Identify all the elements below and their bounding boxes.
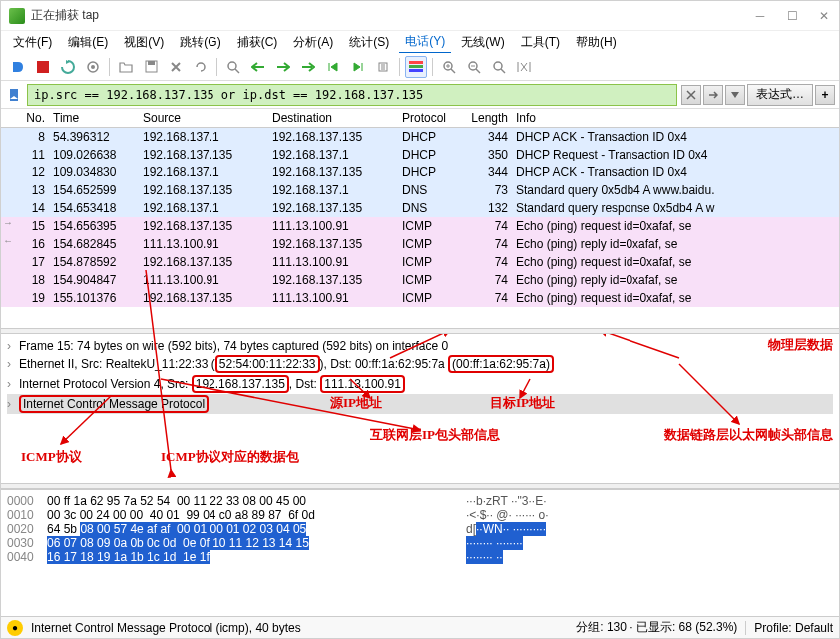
goto-button[interactable] xyxy=(297,56,319,78)
menubar: 文件(F) 编辑(E) 视图(V) 跳转(G) 捕获(C) 分析(A) 统计(S… xyxy=(1,31,839,53)
annot-icmp: ICMP协议 xyxy=(21,448,82,466)
menu-view[interactable]: 视图(V) xyxy=(118,32,170,53)
col-dest-header[interactable]: Destination xyxy=(268,109,398,127)
annot-icmp-pkt: ICMP协议对应的数据包 xyxy=(161,448,299,466)
svg-rect-10 xyxy=(409,69,423,72)
svg-rect-9 xyxy=(409,65,423,68)
svg-line-16 xyxy=(501,69,505,73)
colorize-button[interactable] xyxy=(405,56,427,78)
open-file-button[interactable] xyxy=(115,56,137,78)
display-filter-input[interactable] xyxy=(27,84,677,106)
col-time-header[interactable]: Time xyxy=(49,109,139,127)
col-source-header[interactable]: Source xyxy=(139,109,268,127)
bookmark-filter-icon[interactable] xyxy=(5,86,23,104)
packet-details[interactable]: ›Frame 15: 74 bytes on wire (592 bits), … xyxy=(1,334,839,483)
annot-dlink: 数据链路层以太网帧头部信息 xyxy=(664,426,833,444)
toolbar xyxy=(1,53,839,81)
expression-button[interactable]: 表达式… xyxy=(747,84,813,106)
menu-edit[interactable]: 编辑(E) xyxy=(62,32,114,53)
zoom-in-button[interactable] xyxy=(438,56,460,78)
add-filter-button[interactable]: + xyxy=(815,85,835,105)
goto-first-button[interactable] xyxy=(322,56,344,78)
capture-options-button[interactable] xyxy=(82,56,104,78)
status-profile[interactable]: Profile: Default xyxy=(745,621,833,635)
maximize-button[interactable]: ☐ xyxy=(785,9,799,23)
svg-line-12 xyxy=(451,69,455,73)
packet-row[interactable]: 13154.652599192.168.137.135192.168.137.1… xyxy=(1,181,839,199)
detail-icmp[interactable]: ›Internet Control Message Protocol xyxy=(7,394,833,414)
svg-point-2 xyxy=(91,65,95,69)
col-info-header[interactable]: Info xyxy=(512,109,839,127)
menu-analyze[interactable]: 分析(A) xyxy=(287,32,339,53)
packet-row[interactable]: 12109.034830192.168.137.1192.168.137.135… xyxy=(1,163,839,181)
detail-ip[interactable]: ›Internet Protocol Version 4, Src: 192.1… xyxy=(7,374,833,394)
apply-filter-button[interactable] xyxy=(703,85,723,105)
minimize-button[interactable]: ─ xyxy=(753,9,767,23)
reload-button[interactable] xyxy=(190,56,211,78)
detail-frame[interactable]: ›Frame 15: 74 bytes on wire (592 bits), … xyxy=(7,338,833,354)
close-button[interactable]: ✕ xyxy=(817,9,831,23)
menu-help[interactable]: 帮助(H) xyxy=(570,32,623,53)
packet-row[interactable]: 14154.653418192.168.137.1192.168.137.135… xyxy=(1,199,839,217)
start-capture-button[interactable] xyxy=(7,56,29,78)
packet-row[interactable]: 16154.682845111.13.100.91192.168.137.135… xyxy=(1,235,839,253)
filter-dropdown-button[interactable] xyxy=(725,85,745,105)
svg-rect-17 xyxy=(10,89,18,101)
autoscroll-button[interactable] xyxy=(372,56,394,78)
src-ip-box: 192.168.137.135 xyxy=(192,375,289,393)
col-no-header[interactable]: No. xyxy=(1,109,49,127)
go-back-button[interactable] xyxy=(247,56,269,78)
svg-point-5 xyxy=(228,62,236,70)
status-bar: ● Internet Control Message Protocol (icm… xyxy=(1,616,839,638)
find-button[interactable] xyxy=(222,56,244,78)
zoom-out-button[interactable] xyxy=(463,56,485,78)
menu-go[interactable]: 跳转(G) xyxy=(174,32,226,53)
dst-ip-box: 111.13.100.91 xyxy=(320,375,405,393)
svg-point-15 xyxy=(494,62,502,70)
goto-last-button[interactable] xyxy=(347,56,369,78)
svg-line-6 xyxy=(235,69,239,73)
col-proto-header[interactable]: Protocol xyxy=(398,109,464,127)
packet-row[interactable]: 17154.878592192.168.137.135111.13.100.91… xyxy=(1,253,839,271)
hex-row[interactable]: 004016 17 18 19 1a 1b 1c 1d 1e 1f·······… xyxy=(7,550,833,564)
packet-row[interactable]: 18154.904847111.13.100.91192.168.137.135… xyxy=(1,271,839,289)
menu-telephony[interactable]: 电话(Y) xyxy=(399,31,451,53)
titlebar: 正在捕获 tap ─ ☐ ✕ xyxy=(1,1,839,31)
hex-row[interactable]: 003006 07 08 09 0a 0b 0c 0d 0e 0f 10 11 … xyxy=(7,536,833,550)
menu-stats[interactable]: 统计(S) xyxy=(343,32,395,53)
menu-file[interactable]: 文件(F) xyxy=(7,32,58,53)
restart-capture-button[interactable] xyxy=(57,56,79,78)
stop-capture-button[interactable] xyxy=(32,56,54,78)
packet-row[interactable]: 854.396312192.168.137.1192.168.137.135DH… xyxy=(1,128,839,146)
detail-ethernet[interactable]: ›Ethernet II, Src: RealtekU_11:22:33 (52… xyxy=(7,354,833,374)
packet-list-header: No. Time Source Destination Protocol Len… xyxy=(1,109,839,128)
packet-row[interactable]: 15154.656395192.168.137.135111.13.100.91… xyxy=(1,217,839,235)
src-mac-box: 52:54:00:11:22:33 xyxy=(215,355,320,373)
packet-list[interactable]: No. Time Source Destination Protocol Len… xyxy=(1,109,839,328)
go-forward-button[interactable] xyxy=(272,56,294,78)
packet-row[interactable]: 11109.026638192.168.137.135192.168.137.1… xyxy=(1,146,839,163)
menu-tools[interactable]: 工具(T) xyxy=(515,32,566,53)
clear-filter-button[interactable] xyxy=(681,85,701,105)
svg-rect-0 xyxy=(37,61,49,73)
expert-info-icon[interactable]: ● xyxy=(7,620,23,636)
status-selected: Internet Control Message Protocol (icmp)… xyxy=(31,621,301,635)
close-file-button[interactable] xyxy=(165,56,187,78)
save-file-button[interactable] xyxy=(140,56,162,78)
zoom-reset-button[interactable] xyxy=(488,56,510,78)
hex-row[interactable]: 001000 3c 00 24 00 00 40 01 99 04 c0 a8 … xyxy=(7,508,833,522)
menu-wireless[interactable]: 无线(W) xyxy=(455,32,510,53)
svg-rect-4 xyxy=(148,61,155,65)
filter-bar: 表达式… + xyxy=(1,81,839,109)
window-title: 正在捕获 tap xyxy=(31,7,753,24)
packet-row[interactable]: 19155.101376192.168.137.135111.13.100.91… xyxy=(1,289,839,307)
resize-columns-button[interactable] xyxy=(513,56,535,78)
hex-row[interactable]: 002064 5b 08 00 57 4e af af 00 01 00 01 … xyxy=(7,522,833,536)
menu-capture[interactable]: 捕获(C) xyxy=(231,32,284,53)
annot-inet: 互联网层IP包头部信息 xyxy=(370,426,500,444)
hex-row[interactable]: 000000 ff 1a 62 95 7a 52 54 00 11 22 33 … xyxy=(7,494,833,508)
hex-view[interactable]: 000000 ff 1a 62 95 7a 52 54 00 11 22 33 … xyxy=(1,489,839,594)
app-logo xyxy=(9,8,25,24)
icmp-proto-box: Internet Control Message Protocol xyxy=(19,395,209,413)
col-length-header[interactable]: Length xyxy=(464,109,512,127)
